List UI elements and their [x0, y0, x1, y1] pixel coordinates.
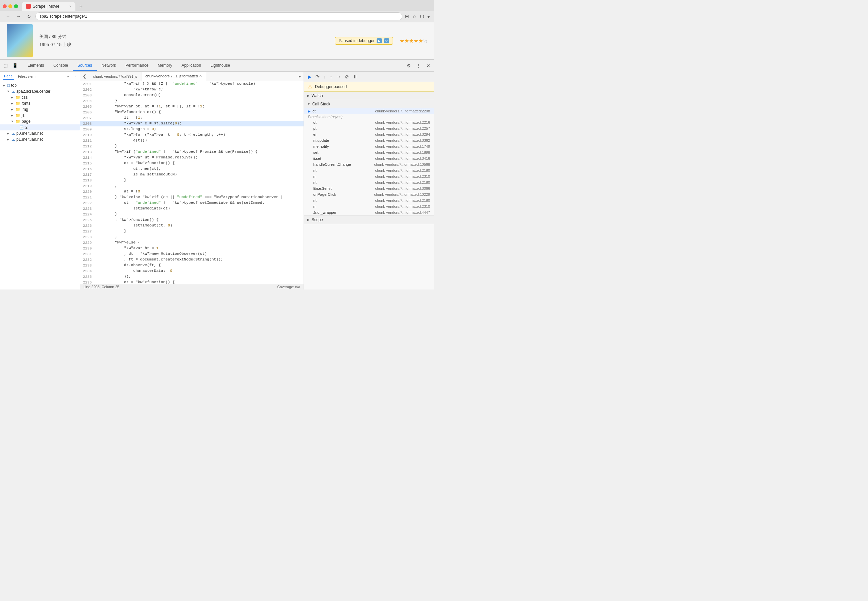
code-line-2234[interactable]: 2234 characterData: !0: [80, 268, 304, 274]
tree-item-p1[interactable]: ▶ ☁ p1.meituan.net: [0, 136, 80, 142]
tree-item-page[interactable]: ▼ 📁 page: [0, 118, 80, 124]
code-line-2225[interactable]: 2225 : "kw">function() {: [80, 217, 304, 223]
code-line-2207[interactable]: 2207 lt = !1;: [80, 115, 304, 121]
step-button[interactable]: →: [335, 73, 342, 80]
step-over-button[interactable]: ↷: [314, 73, 321, 80]
minimize-traffic-light[interactable]: [8, 5, 12, 8]
code-line-2235[interactable]: 2235 }),: [80, 274, 304, 279]
code-line-2231[interactable]: 2231 , dt = "kw">new MutationObserver(ct…: [80, 251, 304, 257]
tab-close-button[interactable]: ×: [69, 5, 72, 8]
settings-icon[interactable]: ⚙: [406, 62, 412, 69]
code-line-2227[interactable]: 2227 }: [80, 229, 304, 234]
tree-item-spa2[interactable]: ▼ ☁ spa2.scrape.center: [0, 88, 80, 95]
tab-lighthouse[interactable]: Lighthouse: [206, 60, 235, 71]
code-line-2228[interactable]: 2228 ;: [80, 234, 304, 240]
call-stack-item[interactable]: ii.setchunk-vendors.7...formatted:3416: [304, 156, 434, 162]
tab-network[interactable]: Network: [97, 60, 121, 71]
code-line-2215[interactable]: 2215 ot = "kw">function() {: [80, 160, 304, 166]
tree-item-p0[interactable]: ▶ ☁ p0.meituan.net: [0, 130, 80, 136]
call-stack-item[interactable]: nchunk-vendors.7...formatted:2310: [304, 174, 434, 179]
call-stack-item[interactable]: onPagerClickchunk-vendors.7...ormatted:1…: [304, 191, 434, 197]
code-line-2220[interactable]: 2220 at = !0: [80, 189, 304, 194]
step-over-button[interactable]: ⟳: [384, 38, 389, 43]
tree-item-top[interactable]: ▶ □ top: [0, 82, 80, 88]
code-line-2217[interactable]: 2217 ie && setTimeout(N): [80, 172, 304, 177]
address-input[interactable]: spa2.scrape.center/page/1: [35, 12, 402, 20]
call-stack-item[interactable]: ni.updatechunk-vendors.7...formatted:336…: [304, 137, 434, 143]
device-toolbar-icon[interactable]: 📱: [11, 62, 19, 69]
file-tree-tab-page[interactable]: Page: [3, 73, 14, 80]
code-line-2224[interactable]: 2224 }: [80, 212, 304, 217]
call-stack-item[interactable]: ntchunk-vendors.7...formatted:2180: [304, 168, 434, 174]
tab-memory[interactable]: Memory: [153, 60, 177, 71]
browser-tab-active[interactable]: Scrape | Movie ×: [22, 2, 75, 11]
code-line-2226[interactable]: 2226 setTimeout(ct, 0): [80, 223, 304, 229]
scope-section-header[interactable]: ▶ Scope: [304, 216, 434, 224]
back-button[interactable]: ←: [4, 13, 12, 20]
tab-performance[interactable]: Performance: [121, 60, 153, 71]
code-line-2223[interactable]: 2223 setImmediate(ct): [80, 206, 304, 212]
tree-item-css[interactable]: ▶ 📁 css: [0, 95, 80, 101]
tab-sources[interactable]: Sources: [73, 60, 97, 71]
file-tree-tab-filesystem[interactable]: Filesystem: [17, 73, 37, 80]
code-line-2213[interactable]: 2213 "kw">if ("undefined" !== "kw">typeo…: [80, 149, 304, 155]
call-stack-item[interactable]: En.e.$emitchunk-vendors.7...formatted:30…: [304, 185, 434, 191]
tab-application[interactable]: Application: [177, 60, 206, 71]
call-stack-item[interactable]: ptchunk-vendors.7...formatted:2257: [304, 125, 434, 131]
refresh-button[interactable]: ↻: [25, 13, 33, 20]
tab-elements[interactable]: Elements: [23, 60, 49, 71]
call-stack-item[interactable]: handleCurrentChangechunk-vendors.7...orm…: [304, 162, 434, 168]
close-devtools-icon[interactable]: ✕: [425, 62, 431, 69]
code-line-2210[interactable]: 2210 "kw">for ("kw">var t = 0; t < e.len…: [80, 132, 304, 138]
code-line-2222[interactable]: 2222 ot = "undefined" !== "kw">typeof se…: [80, 200, 304, 206]
new-tab-button[interactable]: +: [77, 2, 85, 11]
code-line-2206[interactable]: 2206 "kw">function ct() {: [80, 110, 304, 115]
more-options-icon[interactable]: ⋮: [415, 62, 422, 69]
code-line-2203[interactable]: 2203 console.error(e): [80, 92, 304, 98]
call-stack-header[interactable]: ▼ Call Stack: [304, 100, 434, 108]
tab-console[interactable]: Console: [49, 60, 73, 71]
call-stack-item[interactable]: Jr.o._wrapperchunk-vendors.7...formatted…: [304, 209, 434, 215]
code-line-2233[interactable]: 2233 dt.observe(ft, {: [80, 262, 304, 268]
code-line-2202[interactable]: 2202 "kw">throw e;: [80, 87, 304, 92]
resume-button[interactable]: ▶: [377, 38, 382, 43]
call-stack-item[interactable]: ntchunk-vendors.7...formatted:2180: [304, 197, 434, 203]
inspect-element-icon[interactable]: ⬚: [3, 62, 9, 69]
file-tree-menu-icon[interactable]: ⋮: [73, 74, 77, 79]
code-line-2216[interactable]: 2216 ut.then(ct),: [80, 166, 304, 172]
file-tree-more-icon[interactable]: »: [67, 74, 69, 79]
code-line-2204[interactable]: 2204 }: [80, 98, 304, 104]
call-stack-item[interactable]: otchunk-vendors.7...formatted:2216: [304, 119, 434, 125]
resume-debug-button[interactable]: ▶: [307, 73, 313, 80]
pause-on-exceptions-button[interactable]: ⏸: [352, 73, 359, 80]
profile-icon[interactable]: ●: [427, 14, 430, 19]
call-stack-item[interactable]: me.notifychunk-vendors.7...formatted:174…: [304, 143, 434, 149]
watch-section-header[interactable]: ▶ Watch: [304, 92, 434, 100]
maximize-traffic-light[interactable]: [14, 5, 18, 8]
code-line-2208[interactable]: 2208 "kw">var e = st.slice(0);: [80, 121, 304, 127]
call-stack-item[interactable]: nchunk-vendors.7...formatted:2310: [304, 203, 434, 209]
call-stack-item[interactable]: setchunk-vendors.7...formatted:1898: [304, 149, 434, 156]
tree-item-js[interactable]: ▶ 📁 js: [0, 112, 80, 118]
code-tab-more[interactable]: ▸: [296, 74, 304, 79]
call-stack-item[interactable]: ▶ctchunk-vendors.7...formatted:2208: [304, 108, 434, 114]
code-line-2232[interactable]: 2232 , ft = document.createTextNode(Stri…: [80, 257, 304, 262]
code-tab-prev[interactable]: ❮: [80, 74, 89, 79]
code-line-2218[interactable]: 2218 }: [80, 177, 304, 183]
call-stack-item[interactable]: eichunk-vendors.7...formatted:3294: [304, 131, 434, 137]
forward-button[interactable]: →: [15, 13, 23, 20]
code-line-2212[interactable]: 2212 }: [80, 143, 304, 149]
code-line-2236[interactable]: 2236 ot = "kw">function() {: [80, 279, 304, 284]
close-traffic-light[interactable]: [3, 5, 7, 8]
extension-icon[interactable]: ⬡: [420, 14, 424, 19]
code-line-2230[interactable]: 2230 "kw">var ht = 1: [80, 246, 304, 251]
code-line-2205[interactable]: 2205 "kw">var ot, at = !1, st = [], lt =…: [80, 104, 304, 110]
tree-item-img[interactable]: ▶ 📁 img: [0, 107, 80, 112]
deactivate-breakpoints-button[interactable]: ⊘: [343, 73, 350, 80]
code-line-2209[interactable]: 2209 st.length = 0;: [80, 127, 304, 132]
code-line-2201[interactable]: 2201 "kw">if (!X && !Z || "undefined" ==…: [80, 81, 304, 87]
step-into-button[interactable]: ↓: [322, 73, 327, 80]
code-line-2211[interactable]: 2211 e[t](): [80, 138, 304, 143]
code-line-2214[interactable]: 2214 "kw">var ut = Promise.resolve();: [80, 155, 304, 160]
tree-item-fonts[interactable]: ▶ 📁 fonts: [0, 101, 80, 107]
